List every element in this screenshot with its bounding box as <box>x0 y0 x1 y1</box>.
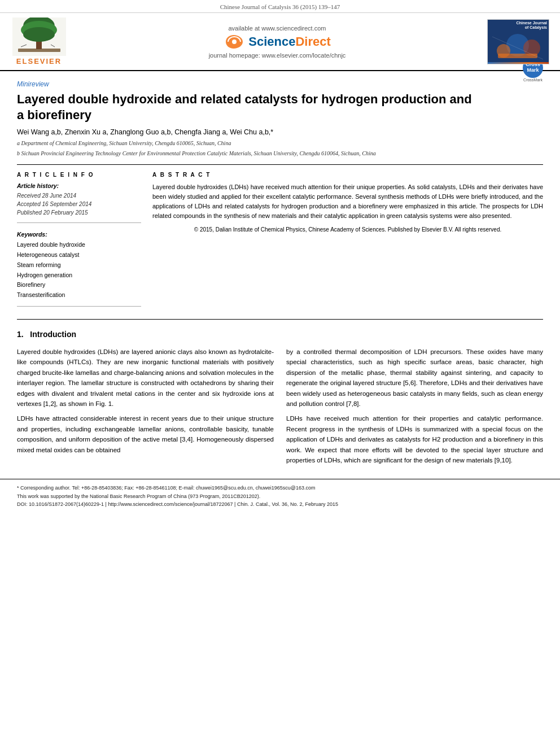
svg-point-8 <box>232 40 237 44</box>
intro-paragraph-1: Layered double hydroxides (LDHs) are lay… <box>17 347 274 409</box>
cover-title: Chinese Journalof Catalysis <box>488 20 549 32</box>
authors: Wei Wang a,b, Zhenxin Xu a, Zhanglong Gu… <box>17 128 543 136</box>
body-content: Layered double hydroxides (LDHs) are lay… <box>17 347 543 470</box>
intro-title: Introduction <box>30 330 76 339</box>
affiliation-a: a Department of Chemical Engineering, Si… <box>17 139 543 147</box>
abstract-text: Layered double hydroxides (LDHs) have re… <box>152 182 543 221</box>
article-info-heading: A R T I C L E I N F O <box>17 172 141 178</box>
received-date: Received 28 June 2014 <box>17 191 141 200</box>
article-content: Minireview CrossMark CrossMark Layered d… <box>0 71 560 479</box>
footer-support: This work was supported by the National … <box>17 492 543 500</box>
elsevier-label: ELSEVIER <box>16 57 62 65</box>
keywords-label: Keywords: <box>17 231 141 238</box>
elsevier-tree-icon <box>12 18 66 56</box>
article-info-column: A R T I C L E I N F O Article history: R… <box>17 172 141 312</box>
intro-paragraph-3: by a controlled thermal decomposition of… <box>286 347 543 409</box>
abstract-heading: A B S T R A C T <box>152 172 543 178</box>
body-right-col: by a controlled thermal decomposition of… <box>286 347 543 470</box>
accepted-date: Accepted 16 September 2014 <box>17 200 141 208</box>
keyword-5: Biorefinery <box>17 280 141 290</box>
svg-point-5 <box>23 27 55 42</box>
sciencedirect-text: ScienceDirect <box>248 34 331 49</box>
crossmark-label: CrossMark <box>523 78 543 82</box>
journal-homepage: journal homepage: www.elsevier.com/locat… <box>209 52 346 59</box>
info-abstract-section: A R T I C L E I N F O Article history: R… <box>17 172 543 312</box>
journal-citation: Chinese Journal of Catalysis 36 (2015) 1… <box>220 3 340 10</box>
cover-illustration <box>487 31 549 62</box>
page-footer: * Corresponding author. Tel: +86-28-8540… <box>0 479 560 510</box>
intro-paragraph-2: LDHs have attracted considerable interes… <box>17 413 274 455</box>
elsevier-branding: ELSEVIER <box>8 18 70 65</box>
affiliation-b: b Sichuan Provincial Engineering Technol… <box>17 150 543 158</box>
journal-cover-area: Chinese Journalof Catalysis <box>484 19 552 64</box>
page-wrapper: Chinese Journal of Catalysis 36 (2015) 1… <box>0 0 560 511</box>
intro-number: 1. <box>17 330 24 339</box>
abstract-column: A B S T R A C T Layered double hydroxide… <box>152 172 543 312</box>
left-col-divider-2 <box>17 306 141 307</box>
section-divider <box>17 164 543 165</box>
journal-header-bar: Chinese Journal of Catalysis 36 (2015) 1… <box>0 0 560 13</box>
published-date: Published 20 February 2015 <box>17 208 141 217</box>
section-label: Minireview <box>17 80 543 88</box>
body-divider <box>17 319 543 320</box>
footer-doi: DOI: 10.1016/S1872-2067(14)60229-1 | htt… <box>17 500 543 508</box>
page-header: ELSEVIER available at www.sciencedirect.… <box>0 13 560 71</box>
sciencedirect-logo[interactable]: ScienceDirect <box>224 34 331 50</box>
sciencedirect-branding: available at www.sciencedirect.com Scien… <box>76 25 479 59</box>
keyword-2: Heterogeneous catalyst <box>17 250 141 260</box>
journal-cover-image: Chinese Journalof Catalysis <box>487 19 549 64</box>
body-left-col: Layered double hydroxides (LDHs) are lay… <box>17 347 274 470</box>
abstract-copyright: © 2015, Dalian Institute of Chemical Phy… <box>152 225 543 234</box>
sciencedirect-icon <box>224 34 245 50</box>
keyword-1: Layered double hydroxide <box>17 240 141 250</box>
footer-corresponding: * Corresponding author. Tel: +86-28-8540… <box>17 484 543 492</box>
available-text: available at www.sciencedirect.com <box>228 25 326 32</box>
article-title: Layered double hydroxide and related cat… <box>17 91 480 123</box>
svg-rect-13 <box>498 54 537 58</box>
left-col-divider-1 <box>17 222 141 223</box>
keyword-4: Hydrogen generation <box>17 270 141 281</box>
keyword-3: Steam reforming <box>17 260 141 270</box>
keyword-6: Transesterification <box>17 290 141 300</box>
intro-heading: 1. Introduction <box>17 330 543 339</box>
history-label: Article history: <box>17 182 141 189</box>
intro-paragraph-4: LDHs have received much attention for th… <box>286 413 543 465</box>
